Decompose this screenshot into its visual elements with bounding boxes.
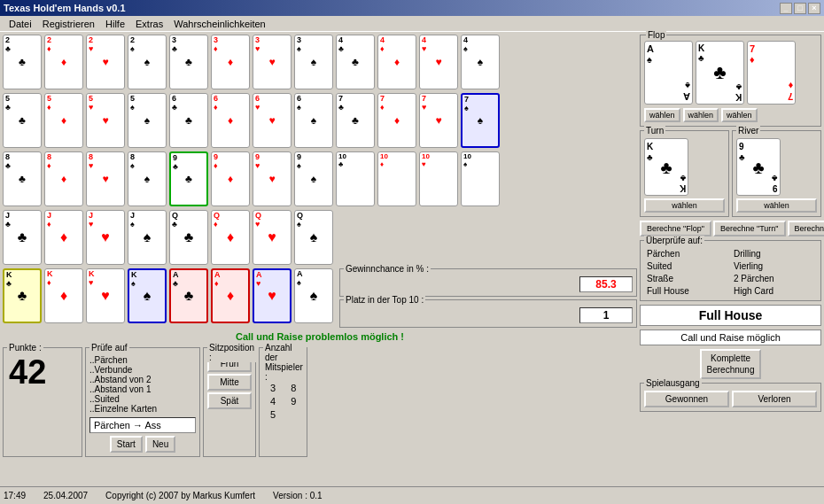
card-4d[interactable]: 4♦♦ — [377, 35, 416, 89]
ueberpruefe-2paerchen[interactable]: 2 Pärchen — [731, 273, 817, 284]
anzahl-3[interactable]: 3 — [263, 382, 283, 394]
card-kd[interactable]: K♦♦ — [44, 268, 83, 323]
pruefe-einzelne[interactable]: ..Einzelne Karten — [89, 404, 196, 414]
ueberpruefe-vierling[interactable]: Vierling — [731, 260, 817, 272]
card-8h[interactable]: 8♥♥ — [86, 151, 125, 206]
ueberpruefe-fullhouse[interactable]: Full House — [644, 285, 730, 297]
berechne-river[interactable]: Berechne "River" — [788, 221, 824, 236]
card-4h[interactable]: 4♥♥ — [419, 35, 458, 89]
card-3d[interactable]: 3♦♦ — [211, 35, 250, 89]
pruefe-abstand1[interactable]: ..Abstand von 1 — [89, 384, 196, 394]
card-5h[interactable]: 5♥♥ — [86, 93, 125, 148]
anzahl-8[interactable]: 8 — [284, 382, 303, 394]
card-8c[interactable]: 8♣♣ — [3, 151, 42, 206]
ueberpruefe-strasse[interactable]: Straße — [644, 273, 730, 284]
card-ks-blue[interactable]: K♠♠ — [128, 268, 167, 323]
card-6h[interactable]: 6♥♥ — [253, 93, 292, 148]
card-9h[interactable]: 9♥♥ — [253, 151, 292, 206]
pruefe-verbunde[interactable]: ..Verbunde — [89, 365, 196, 375]
card-7s-highlight[interactable]: 7♠♠ — [461, 93, 500, 148]
card-kh[interactable]: K♥♥ — [86, 268, 125, 323]
window-controls[interactable]: _ □ × — [780, 3, 820, 14]
card-3h[interactable]: 3♥♥ — [253, 35, 292, 89]
pruefe-paerchen[interactable]: ..Pärchen — [89, 355, 196, 365]
card-jd[interactable]: J♦♦ — [44, 210, 83, 265]
start-button[interactable]: Start — [110, 436, 143, 453]
card-9s[interactable]: 9♠♠ — [294, 151, 333, 206]
card-3s[interactable]: 3♠♠ — [294, 35, 333, 89]
menu-extras[interactable]: Extras — [130, 18, 168, 30]
card-4c[interactable]: 4♣♣ — [336, 35, 375, 89]
ueberpruefe-highcard[interactable]: High Card — [731, 285, 817, 297]
card-js[interactable]: J♠♠ — [128, 210, 167, 265]
flop-wahlen-1[interactable]: wählen — [644, 108, 680, 122]
neu-button[interactable]: Neu — [145, 436, 175, 453]
card-10d[interactable]: 10♦ — [377, 151, 416, 206]
card-qc[interactable]: Q♣♣ — [169, 210, 208, 265]
flop-card-3[interactable]: 7 ♦ 7♦ — [747, 41, 796, 105]
card-as[interactable]: A♠♠ — [294, 268, 333, 323]
card-2s[interactable]: 2♠♠ — [128, 35, 167, 89]
card-6s[interactable]: 6♠♠ — [294, 93, 333, 148]
river-wahlen[interactable]: wählen — [736, 198, 817, 213]
card-8s[interactable]: 8♠♠ — [128, 151, 167, 206]
card-ad-redborder[interactable]: A♦♦ — [211, 268, 250, 323]
berechne-turn[interactable]: Berechne "Turn" — [713, 221, 786, 236]
card-7c[interactable]: 7♣♣ — [336, 93, 375, 148]
flop-card-1[interactable]: A ♠ A♠ — [644, 41, 693, 105]
close-btn[interactable]: × — [808, 3, 820, 14]
river-card[interactable]: 9♣ ♣ 9♣ — [736, 138, 781, 196]
card-3c[interactable]: 3♣♣ — [169, 35, 208, 89]
card-jh[interactable]: J♥♥ — [86, 210, 125, 265]
sitz-mitte[interactable]: Mitte — [207, 374, 252, 391]
turn-wahlen[interactable]: wählen — [644, 198, 725, 213]
ueberpruefe-suited[interactable]: Suited — [644, 260, 730, 272]
card-6d[interactable]: 6♦♦ — [211, 93, 250, 148]
menu-registrieren[interactable]: Registrieren — [37, 18, 100, 30]
card-qs[interactable]: Q♠♠ — [294, 210, 333, 265]
menu-datei[interactable]: Datei — [4, 18, 37, 30]
anzahl-5[interactable]: 5 — [263, 408, 283, 421]
ueberpruefe-drilling[interactable]: Drilling — [731, 248, 817, 260]
pruefe-abstand2[interactable]: ..Abstand von 2 — [89, 375, 196, 384]
sitz-spaet[interactable]: Spät — [207, 392, 252, 409]
card-6c[interactable]: 6♣♣ — [169, 93, 208, 148]
card-2d[interactable]: 2♦♦ — [44, 35, 83, 89]
maximize-btn[interactable]: □ — [794, 3, 806, 14]
flop-wahlen-2[interactable]: wählen — [683, 108, 719, 122]
menu-hilfe[interactable]: Hilfe — [100, 18, 130, 30]
card-5s[interactable]: 5♠♠ — [128, 93, 167, 148]
flop-wahlen-3[interactable]: wählen — [721, 108, 758, 122]
berechne-flop[interactable]: Berechne "Flop" — [640, 221, 711, 236]
pruefe-suited[interactable]: ..Suited — [89, 394, 196, 404]
card-5d[interactable]: 5♦♦ — [44, 93, 83, 148]
card-10c[interactable]: 10♣ — [336, 151, 375, 206]
card-8d[interactable]: 8♦♦ — [44, 151, 83, 206]
anzahl-4[interactable]: 4 — [263, 395, 283, 407]
card-2c[interactable]: 2♣♣ — [3, 35, 42, 89]
turn-card[interactable]: K♣ ♣ K♣ — [644, 138, 688, 196]
minimize-btn[interactable]: _ — [780, 3, 792, 14]
card-10s[interactable]: 10♠ — [461, 151, 500, 206]
anzahl-9[interactable]: 9 — [284, 395, 303, 407]
card-5c[interactable]: 5♣♣ — [3, 93, 42, 148]
card-7d[interactable]: 7♦♦ — [377, 93, 416, 148]
komplette-btn[interactable]: Komplette Berechnung — [700, 349, 762, 379]
card-7h[interactable]: 7♥♥ — [419, 93, 458, 148]
card-ac-redborder[interactable]: A♣♣ — [169, 268, 208, 323]
card-2h[interactable]: 2♥♥ — [86, 35, 125, 89]
card-9c-green[interactable]: 9♣♣ — [169, 151, 208, 206]
card-qh[interactable]: Q♥♥ — [253, 210, 292, 265]
flop-card-2[interactable]: K♣ ♣ K♣ — [696, 41, 744, 105]
card-qd[interactable]: Q♦♦ — [211, 210, 250, 265]
card-jc[interactable]: J♣♣ — [3, 210, 42, 265]
verloren-btn[interactable]: Verloren — [732, 391, 817, 407]
card-ah-blue[interactable]: A♥♥ — [253, 268, 292, 323]
card-kc-yellow[interactable]: K♣♣ — [3, 268, 42, 323]
gewonnen-btn[interactable]: Gewonnen — [644, 391, 729, 407]
card-9d[interactable]: 9♦♦ — [211, 151, 250, 206]
menu-wahrscheinlichkeiten[interactable]: Wahrscheinlichkeiten — [168, 18, 271, 30]
card-10h[interactable]: 10♥ — [419, 151, 458, 206]
card-4s[interactable]: 4♠♠ — [461, 35, 500, 89]
ueberpruefe-paerchen[interactable]: Pärchen — [644, 248, 730, 260]
